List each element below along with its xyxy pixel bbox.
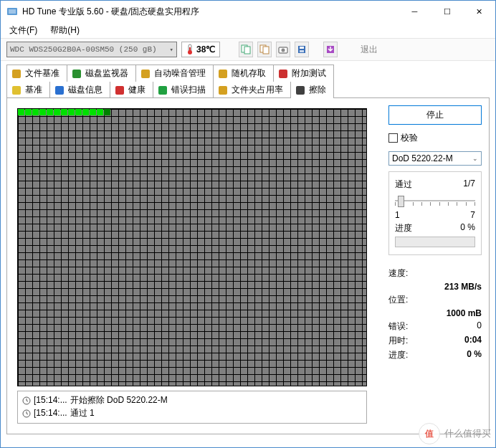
checkbox-icon — [388, 133, 398, 143]
log-panel: [15:14:... 开始擦除 DoD 5220.22-M[15:14:... … — [17, 391, 367, 424]
close-button[interactable]: ✕ — [463, 1, 495, 22]
tab-health[interactable]: 健康 — [110, 82, 153, 98]
app-icon — [6, 6, 18, 17]
disk-monitor-icon — [72, 69, 82, 79]
tab-label: 随机存取 — [232, 67, 266, 80]
svg-rect-13 — [300, 50, 304, 52]
svg-rect-22 — [115, 86, 124, 95]
elapsed-value: 0:04 — [464, 335, 482, 347]
method-value: DoD 5220.22-M — [392, 153, 453, 163]
svg-rect-18 — [219, 70, 227, 78]
file-benchmark-icon — [11, 69, 22, 79]
options-icon[interactable] — [323, 42, 338, 57]
map-cell — [54, 109, 60, 115]
log-line: [15:14:... 通过 1 — [22, 406, 362, 419]
tab-label: 擦除 — [309, 84, 326, 96]
tab-erase[interactable]: 擦除 — [290, 82, 334, 98]
stats-panel: 速度: 213 MB/s 位置: 1000 mB 错误:0 用时:0:04 进度… — [388, 265, 482, 363]
screenshot-icon[interactable] — [276, 42, 290, 57]
map-cell — [32, 109, 39, 115]
tab-label: 磁盘监视器 — [85, 67, 128, 80]
map-cell — [75, 109, 82, 115]
tab-error-scan[interactable]: 错误扫描 — [153, 82, 214, 98]
svg-rect-24 — [219, 86, 227, 95]
window-title: HD Tune 专业版 5.60 - 硬盘/固态硬盘实用程序 — [22, 6, 399, 18]
map-cell — [25, 109, 32, 115]
info-icon — [54, 85, 65, 95]
tab-random-access[interactable]: 随机存取 — [213, 65, 274, 82]
progress-bar — [395, 237, 475, 247]
copy-text-icon[interactable] — [239, 42, 253, 57]
tab-folder-usage[interactable]: 文件夹占用率 — [213, 82, 291, 98]
svg-point-10 — [282, 49, 285, 52]
tab-info[interactable]: 磁盘信息 — [49, 82, 110, 98]
tab-disk-monitor[interactable]: 磁盘监视器 — [67, 65, 136, 82]
tab-extra-tests[interactable]: 附加测试 — [273, 65, 334, 82]
errors-value: 0 — [477, 320, 482, 333]
menu-file[interactable]: 文件(F) — [4, 23, 43, 38]
drive-select[interactable]: WDC WDS250G2B0A-00SM50 (250 gB) ▾ — [6, 42, 177, 57]
erase-map — [17, 108, 367, 386]
pass-label: 通过 — [395, 178, 412, 191]
progress-label: 进度 — [395, 222, 412, 234]
tab-file-benchmark[interactable]: 文件基准 — [6, 65, 67, 82]
error-scan-icon — [158, 85, 168, 95]
map-cell — [82, 109, 89, 115]
save-icon[interactable] — [295, 42, 309, 57]
map-cell — [68, 109, 75, 115]
map-cell — [39, 109, 46, 115]
verify-checkbox[interactable]: 校验 — [388, 130, 482, 146]
tab-label: 磁盘信息 — [68, 84, 102, 96]
erase-icon — [295, 85, 305, 95]
tab-label: 附加测试 — [292, 67, 326, 80]
svg-rect-25 — [296, 86, 305, 95]
svg-rect-15 — [12, 70, 21, 78]
svg-rect-19 — [279, 70, 287, 78]
method-select[interactable]: DoD 5220.22-M ⌄ — [388, 151, 482, 166]
benchmark-icon — [11, 85, 22, 95]
range-max: 7 — [470, 210, 475, 220]
tab-benchmark[interactable]: 基准 — [6, 82, 50, 98]
clock-icon — [22, 396, 31, 404]
stop-button[interactable]: 停止 — [388, 105, 482, 125]
health-icon — [115, 85, 125, 95]
pass-panel: 通过1/7 17 进度0 % — [388, 171, 482, 255]
svg-rect-8 — [263, 47, 269, 54]
maximize-button[interactable]: ☐ — [431, 1, 463, 22]
log-line: [15:14:... 开始擦除 DoD 5220.22-M — [22, 394, 362, 406]
tab-label: 文件夹占用率 — [232, 84, 283, 96]
extra-tests-icon — [278, 69, 288, 79]
progress-value: 0 % — [460, 222, 475, 234]
map-cell — [18, 109, 24, 115]
map-cell — [97, 109, 103, 115]
tab-aam[interactable]: 自动噪音管理 — [135, 65, 214, 82]
minimize-button[interactable]: ─ — [399, 1, 431, 22]
chevron-down-icon: ▾ — [170, 46, 173, 54]
random-access-icon — [218, 69, 228, 79]
temperature-display: 38℃ — [181, 42, 220, 57]
verify-label: 校验 — [401, 132, 418, 144]
map-cell — [104, 109, 110, 115]
drive-select-value: WDC WDS250G2B0A-00SM50 (250 gB) — [10, 45, 157, 54]
copy-info-icon[interactable] — [257, 42, 272, 57]
exit-button[interactable]: 退出 — [352, 42, 386, 57]
svg-rect-17 — [141, 70, 150, 78]
position-value: 1000 mB — [447, 308, 482, 318]
tab-label: 健康 — [128, 84, 146, 96]
pass-value: 1/7 — [463, 178, 475, 191]
svg-rect-12 — [300, 47, 304, 49]
map-cell — [61, 109, 67, 115]
map-cell — [47, 109, 53, 115]
svg-rect-6 — [244, 47, 250, 54]
chevron-down-icon: ⌄ — [472, 155, 478, 162]
speed-value: 213 MB/s — [444, 282, 482, 292]
svg-rect-21 — [55, 86, 64, 95]
menu-help[interactable]: 帮助(H) — [44, 23, 85, 38]
temperature-value: 38℃ — [196, 44, 215, 54]
svg-rect-16 — [72, 70, 81, 78]
pass-slider[interactable] — [395, 194, 475, 208]
progress2-value: 0 % — [467, 349, 482, 361]
tab-label: 基准 — [25, 84, 42, 96]
folder-usage-icon — [218, 85, 228, 95]
aam-icon — [140, 69, 151, 79]
